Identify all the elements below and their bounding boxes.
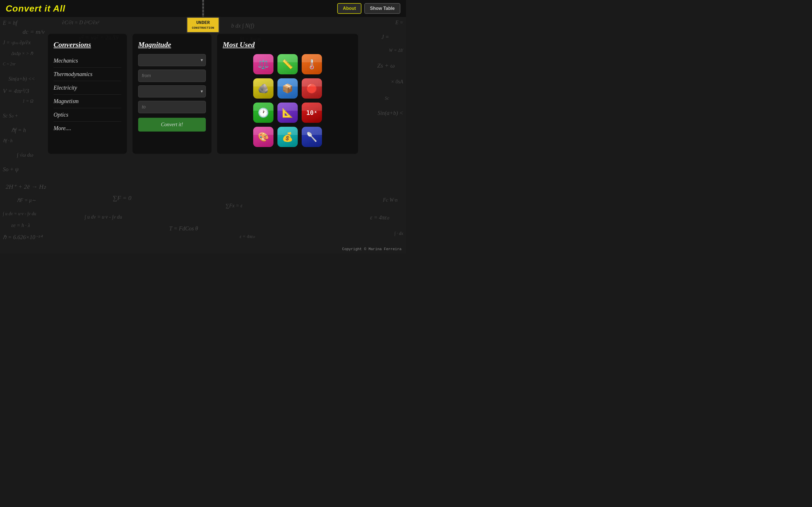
math-formula: ∂C/∂t = D ∂²C/∂x²	[62, 20, 99, 25]
math-formula: ∫ u dv = u·v - ∫v du	[3, 211, 36, 216]
convert-button[interactable]: Convert it!	[138, 118, 206, 131]
magnitude-dropdown1[interactable]	[138, 54, 206, 66]
dropdown2-wrapper: ▼	[138, 86, 206, 98]
icon-button-temperature[interactable]: 🌡️	[302, 54, 322, 74]
conversion-list: Mechanics Thermodynamics Electricity Mag…	[54, 54, 121, 135]
math-formula: E = hf	[3, 20, 17, 26]
math-formula: ε = 4πε₀	[370, 214, 389, 221]
copyright-text: Copyright © Marina Ferreira	[342, 247, 402, 251]
math-formula: ∫ √ω dω	[17, 152, 33, 158]
math-formula: ∑Fx = ε	[225, 203, 243, 209]
math-formula: Zs + ω	[377, 62, 395, 69]
icon-button-weight[interactable]: ⚖️	[253, 54, 273, 74]
icon-button-length[interactable]: 📏	[277, 54, 298, 74]
icon-button-mass[interactable]: 🪨	[253, 78, 273, 99]
app-title: Convert it All	[6, 3, 65, 14]
math-formula: W = ΔY	[389, 48, 403, 53]
math-formula: × 0sA	[391, 79, 403, 85]
math-formula: Sin(a+b) <	[377, 110, 403, 116]
construction-line1: UNDER	[192, 20, 214, 26]
conversions-title: Conversions	[54, 41, 121, 49]
math-formula: Sc	[385, 96, 389, 101]
math-formula: ℏ = 6.626×10⁻³⁴	[3, 234, 42, 240]
math-formula: So + ψ	[3, 166, 18, 173]
math-formula: Sc S₀ +	[3, 113, 18, 119]
math-formula: 1 = Ω	[22, 99, 33, 104]
math-formula: ∫ u dv = u·v - ∫v du	[85, 214, 122, 220]
math-formula: Fc W·n	[383, 197, 398, 203]
magnitude-content: ▼ ▼ Convert it!	[138, 54, 206, 131]
from-input[interactable]	[138, 69, 206, 82]
math-formula: ∫ · dx	[395, 231, 403, 236]
most-used-panel: Most Used ⚖️ 📏 🌡️ 🪨 📦 🔴 🕐 📐 10ˣ 🎨 💰 🥄	[217, 34, 358, 154]
about-button[interactable]: About	[337, 3, 361, 14]
sidebar-item-electricity[interactable]: Electricity	[54, 81, 121, 95]
math-formula: dc = m/v	[22, 28, 45, 36]
magnitude-title: Magnitude	[138, 41, 206, 49]
sidebar-item-thermodynamics[interactable]: Thermodynamics	[54, 68, 121, 81]
math-formula: J = -ρₘ ∂ρ/∂x	[3, 40, 31, 46]
sidebar-item-mechanics[interactable]: Mechanics	[54, 54, 121, 68]
math-formula: Sin(a+b) <<	[8, 76, 35, 82]
math-formula: b dx ∫ N(f)	[231, 22, 254, 29]
math-formula: εe = h · λ	[11, 223, 30, 228]
magnitude-dropdown2[interactable]	[138, 86, 206, 98]
most-used-title: Most Used	[223, 41, 352, 49]
sidebar-item-more[interactable]: More....	[54, 122, 121, 135]
sidebar-item-optics[interactable]: Optics	[54, 108, 121, 122]
math-formula: ℏf = h	[11, 127, 26, 133]
main-panels: Conversions Mechanics Thermodynamics Ele…	[48, 34, 358, 154]
math-formula: ε = 4πε₀	[240, 234, 255, 239]
header: Convert it All About Show Table	[0, 0, 406, 17]
sidebar-item-magnetism[interactable]: Magnetism	[54, 95, 121, 108]
most-used-grid: ⚖️ 📏 🌡️ 🪨 📦 🔴 🕐 📐 10ˣ 🎨 💰 🥄	[223, 54, 352, 147]
under-construction-badge: UNDER CONSTRUCTION	[186, 17, 219, 33]
math-formula: ℏF = μ∼	[17, 197, 36, 203]
icon-button-color[interactable]: 🎨	[253, 127, 273, 147]
icon-button-angle[interactable]: 📐	[277, 103, 298, 123]
math-formula: J =	[382, 34, 389, 40]
math-formula: ∑F = 0	[113, 194, 132, 202]
math-formula: E =	[395, 20, 403, 25]
icon-button-currency[interactable]: 💰	[277, 127, 298, 147]
show-table-button[interactable]: Show Table	[364, 3, 400, 14]
magnitude-panel: Magnitude ▼ ▼ Convert it!	[133, 34, 211, 154]
math-formula: T = FdCos θ	[169, 225, 198, 232]
header-buttons: About Show Table	[337, 3, 400, 14]
math-formula: ΔxΔρ × > ℏ	[11, 51, 33, 56]
dropdown1-wrapper: ▼	[138, 54, 206, 66]
math-formula: ℏf · h	[3, 138, 12, 144]
construction-line2: CONSTRUCTION	[192, 26, 214, 30]
icon-button-cooking[interactable]: 🥄	[302, 127, 322, 147]
math-formula: 2H⁺ + 2ē → H₂	[6, 183, 46, 190]
icon-button-time[interactable]: 🕐	[253, 103, 273, 123]
conversions-panel: Conversions Mechanics Thermodynamics Ele…	[48, 34, 127, 154]
icon-button-scientific[interactable]: 10ˣ	[302, 103, 322, 123]
to-input[interactable]	[138, 101, 206, 113]
icon-button-speed[interactable]: 🔴	[302, 78, 322, 99]
math-formula: V = 4πr³/3	[3, 87, 29, 95]
icon-button-volume[interactable]: 📦	[277, 78, 298, 99]
footer: Copyright © Marina Ferreira	[342, 247, 402, 251]
math-formula: C = 2πr	[3, 62, 15, 66]
